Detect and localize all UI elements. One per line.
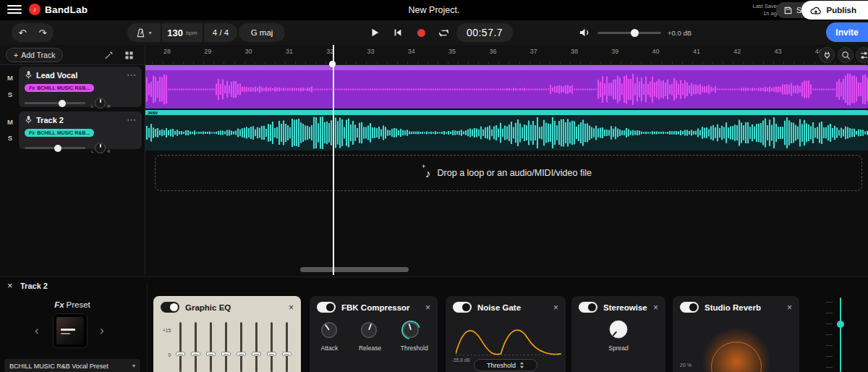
gate-mode-select[interactable]: Threshold: [474, 359, 537, 371]
eq-band-slider[interactable]: [176, 321, 184, 372]
fx-preset-label: FxPreset: [0, 300, 145, 309]
mic-icon: [25, 115, 33, 124]
bar-number: 36: [489, 48, 496, 55]
knob-label: Release: [359, 344, 381, 352]
speaker-icon[interactable]: [579, 28, 591, 38]
next-preset-button[interactable]: ›: [100, 324, 104, 338]
track-header-card[interactable]: Lead Vocal ⋯ Fx BCHILL MUSIC R&B... L R: [19, 67, 142, 107]
remove-effect-button[interactable]: ×: [289, 303, 294, 313]
key-button[interactable]: G maj: [239, 23, 285, 42]
solo-button[interactable]: S: [4, 88, 16, 100]
threshold-knob[interactable]: [401, 320, 421, 340]
audio-region[interactable]: [145, 65, 868, 109]
effect-card-stereowise: Stereowise × Spread: [571, 296, 665, 372]
loop-button[interactable]: [433, 23, 455, 42]
noise-gate-power-toggle[interactable]: [453, 302, 472, 313]
bar-number: 33: [367, 48, 375, 55]
prev-preset-button[interactable]: ‹: [35, 324, 39, 338]
audio-region[interactable]: .wav: [145, 110, 868, 151]
eq-band-slider[interactable]: [268, 321, 276, 372]
skip-to-start-button[interactable]: [387, 23, 409, 42]
undo-button[interactable]: ↶: [12, 28, 33, 38]
preset-artwork[interactable]: [53, 313, 88, 348]
undo-redo-group: ↶ ↷: [12, 23, 54, 42]
stereowise-power-toggle[interactable]: [579, 302, 597, 313]
pan-knob[interactable]: [95, 98, 106, 109]
play-button[interactable]: [364, 23, 386, 42]
time-signature-button[interactable]: 4 / 4: [204, 23, 237, 42]
track-panel-divider: [145, 45, 145, 275]
fx-preset-badge[interactable]: Fx BCHILL MUSIC R&B...: [25, 129, 94, 137]
effect-title: Stereowise: [603, 303, 653, 312]
timeline-ruler[interactable]: 2829303132333435363738394041424344: [145, 45, 868, 64]
metronome-button[interactable]: ▾: [127, 23, 161, 42]
eq-band-slider[interactable]: [252, 321, 261, 372]
spread-knob[interactable]: [608, 318, 629, 340]
waveform: [145, 115, 868, 151]
bar-number: 31: [286, 48, 293, 55]
fader-track[interactable]: [840, 297, 841, 372]
eq-band-slider[interactable]: [237, 321, 246, 372]
music-note-icon: ♪ +: [425, 167, 431, 179]
publish-button[interactable]: Publish: [801, 1, 868, 20]
release-knob[interactable]: [359, 320, 379, 340]
remove-effect-button[interactable]: ×: [787, 303, 792, 313]
pan-right-label: R: [107, 104, 110, 109]
eq-scale: +15 0: [161, 321, 174, 372]
remove-effect-button[interactable]: ×: [553, 303, 558, 313]
bpm-button[interactable]: 130 bpm: [162, 23, 203, 42]
fx-badge-text: BCHILL MUSIC R&B...: [37, 130, 90, 135]
fx-prefix: Fx: [29, 130, 35, 135]
compressor-power-toggle[interactable]: [317, 302, 336, 313]
fx-tools-button[interactable]: [101, 48, 116, 62]
region-file-label: .wav: [147, 110, 158, 115]
invite-button[interactable]: Invite: [826, 22, 868, 42]
track-volume-slider[interactable]: [25, 102, 85, 104]
remove-effect-button[interactable]: ×: [425, 303, 430, 313]
region-title-strip: [145, 110, 868, 115]
add-track-button[interactable]: + Add Track: [6, 48, 63, 62]
volume-thumb[interactable]: [631, 29, 639, 37]
eq-band-slider[interactable]: [191, 321, 200, 372]
grid-view-button[interactable]: [122, 48, 136, 62]
drop-zone[interactable]: ♪ + Drop a loop or an audio/MIDI/video f…: [155, 155, 862, 191]
track-volume-thumb[interactable]: [59, 100, 66, 107]
reverb-power-toggle[interactable]: [680, 302, 699, 313]
project-title: New Project.: [0, 5, 868, 15]
channel-fader: [825, 295, 856, 372]
zoom-button[interactable]: [838, 47, 854, 63]
horizontal-scrollbar[interactable]: [300, 267, 409, 272]
fader-thumb[interactable]: [837, 321, 844, 328]
track-menu-button[interactable]: ⋯: [127, 117, 136, 124]
loop-icon: [438, 28, 450, 38]
playhead[interactable]: [333, 45, 334, 275]
fx-preset-badge[interactable]: Fx BCHILL MUSIC R&B...: [25, 84, 94, 92]
record-button[interactable]: [410, 23, 432, 42]
attack-knob[interactable]: [319, 320, 339, 340]
track-volume-slider[interactable]: [25, 147, 85, 149]
effect-title: Noise Gate: [477, 303, 553, 312]
plugin-connect-button[interactable]: [819, 47, 835, 63]
solo-button[interactable]: S: [4, 132, 16, 143]
settings-button[interactable]: [856, 47, 868, 63]
mute-button[interactable]: M: [4, 116, 16, 127]
waveform: [145, 70, 868, 109]
preset-select[interactable]: BCHILL MUSIC R&B Vocal Preset ▾: [4, 359, 140, 372]
track-menu-button[interactable]: ⋯: [127, 72, 136, 79]
save-icon: [783, 6, 793, 15]
playhead-handle[interactable]: [329, 61, 336, 67]
track-volume-thumb[interactable]: [54, 145, 61, 152]
eq-band-slider[interactable]: [221, 321, 230, 372]
remove-effect-button[interactable]: ×: [653, 303, 658, 313]
close-fx-panel-button[interactable]: ×: [7, 280, 13, 291]
redo-button[interactable]: ↷: [33, 28, 53, 38]
eq-power-toggle[interactable]: [161, 302, 179, 313]
pan-knob[interactable]: [95, 143, 106, 153]
track-header-card[interactable]: Track 2 ⋯ Fx BCHILL MUSIC R&B... L R: [19, 111, 142, 149]
master-volume-slider[interactable]: [597, 32, 661, 34]
effect-title: FBK Compressor: [341, 303, 425, 312]
mute-button[interactable]: M: [4, 72, 16, 83]
bar-number: 29: [204, 48, 211, 55]
eq-band-slider[interactable]: [206, 321, 215, 372]
eq-band-slider[interactable]: [283, 321, 292, 372]
